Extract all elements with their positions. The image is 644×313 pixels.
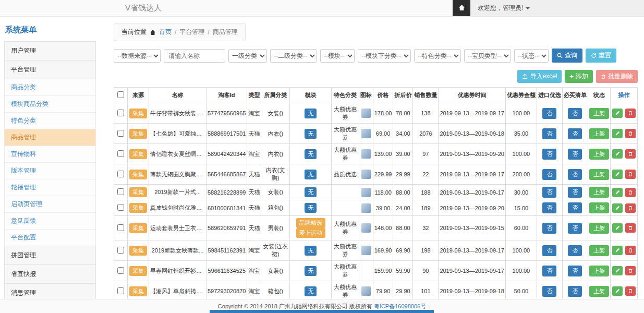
filter-select-data-source[interactable]: --数据来源-- bbox=[114, 49, 161, 63]
select-all-checkbox[interactable] bbox=[117, 91, 124, 98]
reset-button[interactable]: 重置 bbox=[586, 49, 616, 63]
edit-button[interactable] bbox=[612, 203, 623, 213]
delete-button[interactable] bbox=[625, 109, 636, 118]
import-select-toggle[interactable]: 否 bbox=[542, 286, 556, 297]
delete-button[interactable] bbox=[625, 286, 636, 296]
batch-delete-button[interactable]: 批量删除 bbox=[596, 70, 638, 83]
edit-button[interactable] bbox=[612, 286, 623, 296]
add-button[interactable]: + 添加 bbox=[565, 70, 593, 83]
icp-link[interactable]: 粤ICP备16098006号 bbox=[374, 303, 426, 310]
edit-button[interactable] bbox=[612, 223, 623, 233]
status-button[interactable]: 上架 bbox=[589, 286, 609, 297]
delete-button[interactable] bbox=[625, 170, 636, 179]
user-menu[interactable]: 欢迎您，管理员! bbox=[470, 4, 537, 13]
edit-button[interactable] bbox=[612, 129, 623, 138]
row-checkbox[interactable] bbox=[117, 247, 124, 254]
status-button[interactable]: 上架 bbox=[589, 202, 609, 213]
delete-button[interactable] bbox=[625, 149, 636, 159]
sidebar-item-启动页管理[interactable]: 启动页管理 bbox=[4, 196, 96, 213]
edit-button[interactable] bbox=[612, 266, 623, 275]
status-button[interactable]: 上架 bbox=[589, 187, 609, 198]
sidebar-item-轮播管理[interactable]: 轮播管理 bbox=[4, 179, 96, 196]
edit-button[interactable] bbox=[612, 188, 623, 197]
delete-button[interactable] bbox=[625, 266, 636, 275]
sidebar-item-模块商品分类[interactable]: 模块商品分类 bbox=[4, 96, 96, 113]
status-button[interactable]: 上架 bbox=[589, 108, 609, 119]
must-buy-toggle[interactable]: 否 bbox=[568, 187, 582, 198]
filter-select-module[interactable]: --模块-- bbox=[320, 49, 355, 63]
sidebar-item-拼团管理[interactable]: 拼团管理 bbox=[4, 246, 96, 265]
edit-button[interactable] bbox=[612, 149, 623, 159]
import-select-toggle[interactable]: 否 bbox=[542, 202, 556, 213]
status-button[interactable]: 上架 bbox=[589, 266, 609, 276]
filter-select-feature-category[interactable]: --特色分类-- bbox=[414, 49, 461, 63]
query-button[interactable]: 查询 bbox=[552, 49, 582, 63]
filter-select-item-type[interactable]: --宝贝类型-- bbox=[464, 49, 511, 63]
import-select-toggle[interactable]: 否 bbox=[542, 266, 556, 276]
import-select-toggle[interactable]: 否 bbox=[542, 169, 556, 180]
status-button[interactable]: 上架 bbox=[589, 128, 609, 139]
import-select-toggle[interactable]: 否 bbox=[542, 223, 556, 234]
delete-button[interactable] bbox=[625, 129, 636, 138]
import-excel-button[interactable]: 导入excel bbox=[517, 70, 562, 83]
import-select-toggle[interactable]: 否 bbox=[542, 187, 556, 198]
status-button[interactable]: 上架 bbox=[589, 223, 609, 234]
import-select-toggle[interactable]: 否 bbox=[542, 245, 556, 256]
row-checkbox[interactable] bbox=[117, 287, 124, 294]
row-checkbox[interactable] bbox=[117, 150, 124, 157]
breadcrumb-home-link[interactable]: 首页 bbox=[159, 28, 172, 37]
status-button[interactable]: 上架 bbox=[589, 149, 609, 160]
must-buy-toggle[interactable]: 否 bbox=[568, 245, 582, 256]
sidebar-item-宣传物料[interactable]: 宣传物料 bbox=[4, 146, 96, 163]
status-button[interactable]: 上架 bbox=[589, 169, 609, 180]
row-checkbox[interactable] bbox=[117, 204, 124, 211]
add-button-label: 添加 bbox=[576, 72, 588, 81]
module-cell: 无 bbox=[289, 103, 331, 124]
sidebar-item-商品管理[interactable]: 商品管理 bbox=[4, 129, 96, 146]
must-buy-toggle[interactable]: 否 bbox=[568, 266, 582, 276]
row-checkbox[interactable] bbox=[117, 130, 124, 137]
sidebar-item-省直快报[interactable]: 省直快报 bbox=[4, 265, 96, 284]
column-header-必买清单: 必买清单 bbox=[562, 88, 588, 103]
must-buy-toggle[interactable]: 否 bbox=[568, 286, 582, 297]
sidebar-item-商品分类[interactable]: 商品分类 bbox=[4, 79, 96, 96]
must-buy-toggle[interactable]: 否 bbox=[568, 169, 582, 180]
must-buy-toggle[interactable]: 否 bbox=[568, 202, 582, 213]
filter-select-status[interactable]: --状态-- bbox=[514, 49, 549, 63]
row-checkbox[interactable] bbox=[117, 224, 124, 231]
edit-button[interactable] bbox=[612, 109, 623, 118]
filter-select-level1-category[interactable]: 一级分类 bbox=[228, 49, 267, 63]
row-checkbox[interactable] bbox=[117, 110, 124, 116]
sidebar-item-意见反馈[interactable]: 意见反馈 bbox=[4, 213, 96, 230]
must-buy-toggle[interactable]: 否 bbox=[568, 223, 582, 234]
sidebar-item-平台配置[interactable]: 平台配置 bbox=[4, 230, 96, 246]
delete-button[interactable] bbox=[625, 203, 636, 213]
sidebar-item-用户管理[interactable]: 用户管理 bbox=[4, 42, 96, 61]
table-row: 采集 早春网红针织开衫女春... 596611634525 淘宝 女装() 无 … bbox=[114, 261, 638, 281]
filter-input-name[interactable] bbox=[164, 49, 225, 63]
status-button[interactable]: 上架 bbox=[589, 245, 609, 256]
edit-button[interactable] bbox=[612, 246, 623, 255]
trash-icon bbox=[601, 74, 606, 79]
import-select-toggle[interactable]: 否 bbox=[542, 128, 556, 139]
delete-button[interactable] bbox=[625, 246, 636, 255]
filter-select-module-sub-category[interactable]: --模块下分类-- bbox=[358, 49, 411, 63]
home-button[interactable] bbox=[453, 0, 470, 16]
row-checkbox[interactable] bbox=[117, 267, 124, 274]
row-checkbox[interactable] bbox=[117, 188, 124, 195]
sidebar-item-版本管理[interactable]: 版本管理 bbox=[4, 163, 96, 179]
sidebar-item-平台管理[interactable]: 平台管理 bbox=[4, 61, 96, 79]
row-checkbox[interactable] bbox=[117, 171, 124, 177]
sidebar-item-消息管理[interactable]: 消息管理 bbox=[4, 284, 96, 299]
must-buy-toggle[interactable]: 否 bbox=[568, 128, 582, 139]
import-select-toggle[interactable]: 否 bbox=[542, 108, 556, 119]
must-buy-toggle[interactable]: 否 bbox=[568, 108, 582, 119]
must-buy-toggle[interactable]: 否 bbox=[568, 149, 582, 160]
delete-button[interactable] bbox=[625, 223, 636, 233]
filter-select-level2-category[interactable]: --二级分类-- bbox=[270, 49, 317, 63]
delete-button[interactable] bbox=[625, 188, 636, 197]
sidebar-item-特色分类[interactable]: 特色分类 bbox=[4, 113, 96, 129]
edit-button[interactable] bbox=[612, 170, 623, 179]
import-select-toggle[interactable]: 否 bbox=[542, 149, 556, 160]
coupon-time: 2019-09-13—2019-09-20 bbox=[439, 144, 506, 164]
